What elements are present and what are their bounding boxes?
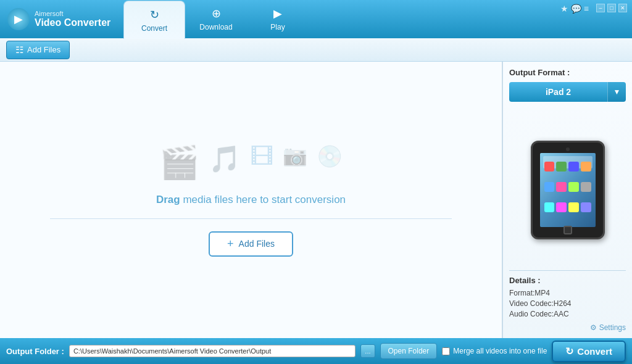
add-files-drop-button[interactable]: + Add Files	[209, 231, 293, 257]
music-icon: 🎵	[209, 144, 241, 181]
maximize-button[interactable]: □	[607, 4, 616, 12]
app-icon	[581, 162, 591, 172]
plus-icon: ☷	[15, 44, 23, 56]
toolbar: ☷ Add Files	[0, 38, 632, 62]
format-selector[interactable]: iPad 2 ▼	[509, 82, 626, 102]
camera-icon: 📷	[283, 144, 307, 181]
drop-area-icons: 🎬 🎵 🎞 📷 💿	[159, 144, 343, 181]
add-files-toolbar-button[interactable]: ☷ Add Files	[6, 41, 70, 59]
download-tab-label: Download	[199, 23, 232, 31]
app-icon	[544, 182, 555, 192]
video-codec-detail: Video Codec:H264	[509, 299, 626, 308]
app-icon	[568, 202, 579, 212]
add-files-toolbar-label: Add Files	[27, 45, 60, 54]
play-tab-icon: ▶	[273, 7, 282, 20]
app-icon	[581, 182, 591, 192]
drop-separator	[50, 218, 451, 219]
app-icon	[568, 162, 579, 172]
app-icon	[556, 162, 567, 172]
window-controls: ★ 💬 ≡ – □ ✕	[555, 0, 632, 38]
drop-text: Drag media files here to start conversio…	[156, 194, 346, 206]
device-preview	[509, 114, 626, 265]
tab-convert[interactable]: ↻ Convert	[123, 1, 185, 39]
video-icon: 🎞	[250, 144, 273, 181]
convert-button-icon: ↻	[565, 345, 573, 357]
extra-toolbar-icons: ★ 💬 ≡	[560, 4, 589, 14]
logo-icon: ▶	[7, 8, 30, 30]
output-format-label: Output Format :	[509, 68, 626, 77]
convert-tab-label: Convert	[141, 24, 167, 33]
play-tab-label: Play	[270, 23, 285, 31]
add-files-drop-label: Add Files	[239, 239, 275, 249]
drag-bold: Drag	[156, 194, 180, 205]
format-dropdown-button[interactable]: ▼	[607, 82, 626, 102]
folder-path-input[interactable]	[69, 345, 356, 357]
bottom-bar: Output Folder : ... Open Folder Merge al…	[0, 338, 632, 364]
ipad-home-button	[563, 226, 572, 234]
tab-play[interactable]: ▶ Play	[247, 0, 309, 38]
app-icon	[544, 202, 555, 212]
format-detail: Format:MP4	[509, 289, 626, 297]
app-logo: ▶ Aimersoft Video Converter	[0, 0, 123, 38]
details-label: Details :	[509, 276, 626, 285]
convert-button-label: Convert	[577, 346, 612, 357]
settings-label: Settings	[599, 323, 626, 332]
product-name: Video Converter	[35, 17, 110, 28]
menu-icon[interactable]: ≡	[584, 4, 589, 14]
film-icon: 🎬	[159, 144, 199, 181]
app-grid	[543, 160, 592, 222]
details-section: Details : Format:MP4 Video Codec:H264 Au…	[509, 270, 626, 332]
ipad-screen	[540, 153, 596, 227]
merge-checkbox[interactable]	[442, 347, 450, 355]
minimize-button[interactable]: –	[596, 4, 605, 12]
app-icon	[581, 202, 591, 212]
selected-format-name: iPad 2	[509, 82, 607, 102]
cd-icon: 💿	[317, 144, 343, 181]
ipad-image	[531, 141, 605, 239]
logo-text: Aimersoft Video Converter	[35, 10, 110, 28]
open-folder-button[interactable]: Open Folder	[380, 343, 438, 359]
merge-label: Merge all videos into one file	[453, 347, 547, 355]
ipad-frame	[531, 141, 605, 239]
brand-name: Aimersoft	[35, 10, 110, 17]
app-icon	[556, 182, 567, 192]
title-tabs: ↻ Convert ⊕ Download ▶ Play	[123, 0, 555, 38]
app-icon	[544, 162, 555, 172]
merge-checkbox-area: Merge all videos into one file	[442, 347, 547, 355]
convert-tab-icon: ↻	[150, 8, 159, 22]
drag-normal: media files here to start conversion	[180, 194, 346, 205]
settings-gear-icon: ⚙	[590, 323, 597, 332]
add-files-plus-icon: +	[227, 238, 234, 250]
star-icon[interactable]: ★	[560, 4, 568, 14]
close-button[interactable]: ✕	[618, 4, 627, 12]
app-icon	[556, 202, 567, 212]
drop-area: 🎬 🎵 🎞 📷 💿 Drag media files here to start…	[0, 62, 502, 338]
settings-link[interactable]: ⚙ Settings	[509, 323, 626, 332]
right-panel: Output Format : iPad 2 ▼ Details : Forma…	[502, 62, 632, 338]
main-content: 🎬 🎵 🎞 📷 💿 Drag media files here to start…	[0, 62, 632, 338]
browse-button[interactable]: ...	[360, 344, 375, 358]
download-tab-icon: ⊕	[212, 7, 221, 20]
ipad-camera	[566, 147, 570, 151]
audio-codec-detail: Audio Codec:AAC	[509, 310, 626, 318]
chat-icon[interactable]: 💬	[571, 4, 581, 14]
title-bar: ▶ Aimersoft Video Converter ↻ Convert ⊕ …	[0, 0, 632, 38]
output-folder-label: Output Folder :	[6, 347, 64, 356]
convert-button[interactable]: ↻ Convert	[552, 341, 626, 362]
tab-download[interactable]: ⊕ Download	[185, 0, 247, 38]
app-icon	[568, 182, 579, 192]
